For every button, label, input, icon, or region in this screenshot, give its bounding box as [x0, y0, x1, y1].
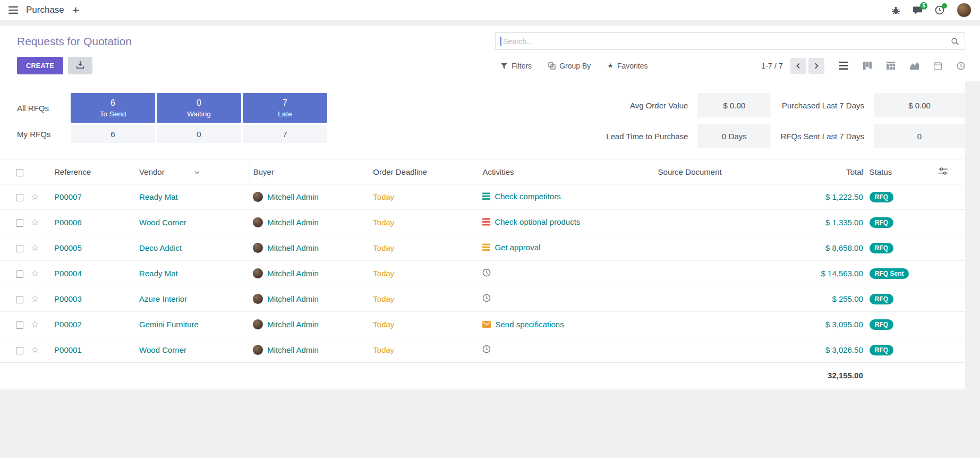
buyer-link[interactable]: Mitchell Admin: [267, 294, 319, 303]
favorite-star-icon[interactable]: ☆: [31, 268, 39, 278]
pivot-view-button[interactable]: [887, 62, 895, 70]
list-activity-icon[interactable]: [482, 243, 490, 251]
to-send-box[interactable]: 6 To Send: [71, 93, 155, 123]
app-name[interactable]: Purchase: [26, 5, 64, 15]
row-select-checkbox[interactable]: [16, 219, 23, 227]
reference-link[interactable]: P00005: [54, 243, 82, 252]
select-all-checkbox[interactable]: [16, 169, 23, 176]
activity-view-button[interactable]: [957, 62, 965, 70]
messages-icon[interactable]: 5: [913, 6, 923, 15]
table-row[interactable]: ☆ P00005 Deco Addict Mitchell Admin Toda…: [0, 235, 965, 261]
activity-cell[interactable]: Check competitors: [482, 192, 560, 201]
waiting-box[interactable]: 0 Waiting: [157, 93, 241, 123]
favorite-star-icon[interactable]: ☆: [31, 192, 39, 202]
all-rfqs-label[interactable]: All RFQs: [17, 104, 69, 113]
table-row[interactable]: ☆ P00006 Wood Corner Mitchell Admin Toda…: [0, 210, 965, 235]
activity-cell[interactable]: Get approval: [482, 243, 540, 252]
clock-activity-icon[interactable]: [482, 268, 491, 277]
my-waiting-box[interactable]: 0: [157, 125, 241, 143]
buyer-link[interactable]: Mitchell Admin: [267, 218, 319, 227]
vendor-link[interactable]: Ready Mat: [139, 192, 178, 201]
reference-link[interactable]: P00004: [54, 269, 82, 278]
activity-cell[interactable]: [482, 268, 495, 277]
reference-link[interactable]: P00007: [54, 192, 82, 201]
list-activity-icon[interactable]: [482, 218, 490, 226]
search-box[interactable]: [495, 32, 965, 50]
reference-link[interactable]: P00001: [54, 345, 82, 354]
favorite-star-icon[interactable]: ☆: [31, 319, 39, 329]
pager-previous-button[interactable]: [790, 58, 806, 74]
kanban-view-button[interactable]: [863, 62, 872, 70]
vendor-link[interactable]: Ready Mat: [139, 269, 178, 278]
graph-view-button[interactable]: [910, 62, 919, 70]
table-row[interactable]: ☆ P00002 Gemini Furniture Mitchell Admin…: [0, 312, 965, 337]
table-row[interactable]: ☆ P00001 Wood Corner Mitchell Admin Toda…: [0, 337, 965, 363]
user-avatar[interactable]: [957, 3, 972, 18]
vendor-link[interactable]: Wood Corner: [139, 345, 186, 354]
table-row[interactable]: ☆ P00003 Azure Interior Mitchell Admin T…: [0, 286, 965, 312]
buyer-link[interactable]: Mitchell Admin: [267, 320, 319, 329]
column-header-order-deadline[interactable]: Order Deadline: [370, 159, 479, 184]
buyer-link[interactable]: Mitchell Admin: [267, 243, 319, 252]
activity-cell[interactable]: [482, 345, 495, 353]
column-header-vendor[interactable]: Vendor: [136, 159, 250, 184]
row-select-checkbox[interactable]: [16, 194, 23, 201]
row-select-checkbox[interactable]: [16, 245, 23, 252]
new-tab-plus-icon[interactable]: [72, 7, 79, 14]
export-button[interactable]: [68, 57, 92, 74]
my-late-box[interactable]: 7: [243, 125, 327, 143]
reference-link[interactable]: P00006: [54, 218, 82, 227]
reference-link[interactable]: P00002: [54, 320, 82, 329]
vendor-link[interactable]: Azure Interior: [139, 294, 187, 303]
late-box[interactable]: 7 Late: [243, 93, 327, 123]
activity-cell[interactable]: [482, 294, 495, 302]
favorite-star-icon[interactable]: ☆: [31, 217, 39, 227]
clock-activity-icon[interactable]: [482, 345, 491, 353]
column-header-reference[interactable]: Reference: [51, 159, 136, 184]
buyer-link[interactable]: Mitchell Admin: [267, 345, 319, 354]
column-header-status[interactable]: Status: [866, 159, 935, 184]
search-input[interactable]: [501, 33, 947, 49]
list-activity-icon[interactable]: [482, 192, 490, 200]
favorites-button[interactable]: ★ Favorites: [607, 62, 647, 70]
pager-next-button[interactable]: [808, 58, 824, 74]
column-header-buyer[interactable]: Buyer: [250, 159, 370, 184]
create-button[interactable]: CREATE: [17, 57, 63, 74]
column-header-activities[interactable]: Activities: [479, 159, 654, 184]
activities-systray-icon[interactable]: [935, 5, 944, 15]
search-icon[interactable]: [951, 37, 959, 48]
mail-activity-icon[interactable]: [482, 321, 491, 328]
list-view-button[interactable]: [839, 62, 848, 70]
my-rfqs-label[interactable]: My RFQs: [17, 130, 69, 139]
clock-activity-icon[interactable]: [482, 294, 491, 302]
activity-label[interactable]: Get approval: [495, 243, 540, 252]
table-row[interactable]: ☆ P00004 Ready Mat Mitchell Admin Today …: [0, 261, 965, 286]
vendor-link[interactable]: Deco Addict: [139, 243, 182, 252]
vendor-link[interactable]: Gemini Furniture: [139, 320, 199, 329]
my-to-send-box[interactable]: 6: [71, 125, 155, 143]
row-select-checkbox[interactable]: [16, 347, 23, 354]
column-header-total[interactable]: Total: [782, 159, 866, 184]
activity-cell[interactable]: Send specifications: [482, 320, 564, 329]
row-select-checkbox[interactable]: [16, 296, 23, 303]
calendar-view-button[interactable]: [934, 62, 942, 70]
favorite-star-icon[interactable]: ☆: [31, 243, 39, 253]
buyer-link[interactable]: Mitchell Admin: [267, 192, 319, 201]
favorite-star-icon[interactable]: ☆: [31, 294, 39, 304]
group-by-button[interactable]: Group By: [548, 62, 591, 70]
filters-button[interactable]: Filters: [500, 62, 532, 70]
apps-menu-icon[interactable]: [8, 6, 18, 14]
reference-link[interactable]: P00003: [54, 294, 82, 303]
favorite-star-icon[interactable]: ☆: [31, 345, 39, 355]
column-header-source-document[interactable]: Source Document: [655, 159, 782, 184]
row-select-checkbox[interactable]: [16, 270, 23, 278]
activity-label[interactable]: Check optional products: [495, 217, 580, 226]
row-select-checkbox[interactable]: [16, 321, 23, 329]
activity-cell[interactable]: Check optional products: [482, 217, 580, 226]
activity-label[interactable]: Check competitors: [495, 192, 560, 201]
debug-bug-icon[interactable]: [891, 6, 900, 15]
activity-label[interactable]: Send specifications: [495, 320, 564, 329]
optional-columns-toggle-icon[interactable]: [939, 167, 948, 175]
vendor-link[interactable]: Wood Corner: [139, 218, 186, 227]
table-row[interactable]: ☆ P00007 Ready Mat Mitchell Admin Today …: [0, 184, 965, 210]
